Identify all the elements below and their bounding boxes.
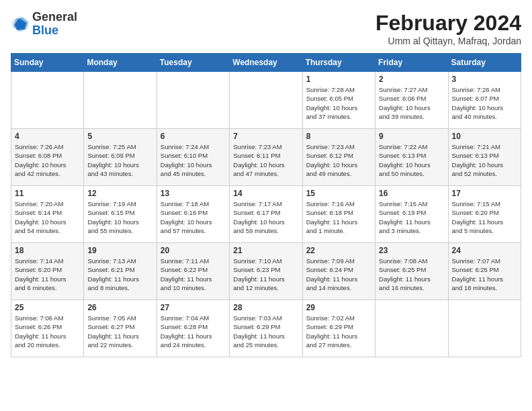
cell-info: Sunrise: 7:13 AM Sunset: 6:21 PM Dayligh… <box>87 257 152 292</box>
calendar-header-row: SundayMondayTuesdayWednesdayThursdayFrid… <box>11 54 521 72</box>
calendar-cell: 19Sunrise: 7:13 AM Sunset: 6:21 PM Dayli… <box>84 243 157 300</box>
calendar-cell <box>84 72 157 129</box>
day-header-thursday: Thursday <box>302 54 375 72</box>
day-number: 12 <box>87 189 152 198</box>
cell-info: Sunrise: 7:24 AM Sunset: 6:10 PM Dayligh… <box>161 142 226 178</box>
logo-icon <box>11 15 30 34</box>
day-number: 25 <box>15 303 80 312</box>
calendar-cell: 2Sunrise: 7:27 AM Sunset: 6:06 PM Daylig… <box>375 72 448 129</box>
cell-info: Sunrise: 7:25 AM Sunset: 6:09 PM Dayligh… <box>87 142 152 178</box>
calendar-cell: 6Sunrise: 7:24 AM Sunset: 6:10 PM Daylig… <box>157 129 229 186</box>
calendar-cell: 12Sunrise: 7:19 AM Sunset: 6:15 PM Dayli… <box>84 186 157 243</box>
day-number: 17 <box>452 189 517 198</box>
calendar-cell: 15Sunrise: 7:16 AM Sunset: 6:18 PM Dayli… <box>302 186 375 243</box>
day-number: 5 <box>87 132 152 141</box>
cell-info: Sunrise: 7:02 AM Sunset: 6:29 PM Dayligh… <box>306 314 371 349</box>
day-header-friday: Friday <box>375 54 448 72</box>
calendar-cell: 16Sunrise: 7:15 AM Sunset: 6:19 PM Dayli… <box>375 186 448 243</box>
cell-info: Sunrise: 7:23 AM Sunset: 6:12 PM Dayligh… <box>306 142 371 178</box>
calendar-week-row: 1Sunrise: 7:28 AM Sunset: 6:05 PM Daylig… <box>11 72 521 129</box>
calendar-cell: 26Sunrise: 7:05 AM Sunset: 6:27 PM Dayli… <box>84 300 157 357</box>
calendar-week-row: 11Sunrise: 7:20 AM Sunset: 6:14 PM Dayli… <box>11 186 521 243</box>
day-number: 20 <box>161 246 226 255</box>
day-number: 3 <box>452 75 517 84</box>
day-number: 22 <box>306 246 371 255</box>
calendar-cell: 7Sunrise: 7:23 AM Sunset: 6:11 PM Daylig… <box>230 129 302 186</box>
calendar-cell <box>157 72 229 129</box>
logo-text: General Blue <box>32 11 77 38</box>
calendar-cell: 9Sunrise: 7:22 AM Sunset: 6:13 PM Daylig… <box>375 129 448 186</box>
day-number: 8 <box>306 132 371 141</box>
calendar-cell: 10Sunrise: 7:21 AM Sunset: 6:13 PM Dayli… <box>448 129 521 186</box>
day-number: 21 <box>233 246 298 255</box>
calendar-cell: 8Sunrise: 7:23 AM Sunset: 6:12 PM Daylig… <box>302 129 375 186</box>
calendar-cell: 20Sunrise: 7:11 AM Sunset: 6:22 PM Dayli… <box>157 243 229 300</box>
day-number: 26 <box>87 303 152 312</box>
calendar-cell <box>230 72 302 129</box>
cell-info: Sunrise: 7:14 AM Sunset: 6:20 PM Dayligh… <box>15 257 80 292</box>
calendar-cell: 1Sunrise: 7:28 AM Sunset: 6:05 PM Daylig… <box>302 72 375 129</box>
day-header-saturday: Saturday <box>448 54 521 72</box>
page-header: General Blue February 2024 Umm al Qittay… <box>11 11 521 46</box>
calendar-cell: 5Sunrise: 7:25 AM Sunset: 6:09 PM Daylig… <box>84 129 157 186</box>
calendar-cell: 23Sunrise: 7:08 AM Sunset: 6:25 PM Dayli… <box>375 243 448 300</box>
day-number: 27 <box>161 303 226 312</box>
day-header-monday: Monday <box>84 54 157 72</box>
cell-info: Sunrise: 7:26 AM Sunset: 6:08 PM Dayligh… <box>15 142 80 178</box>
cell-info: Sunrise: 7:16 AM Sunset: 6:18 PM Dayligh… <box>306 199 371 235</box>
month-year-title: February 2024 <box>375 11 521 36</box>
cell-info: Sunrise: 7:11 AM Sunset: 6:22 PM Dayligh… <box>161 257 226 292</box>
calendar-week-row: 25Sunrise: 7:06 AM Sunset: 6:26 PM Dayli… <box>11 300 521 357</box>
calendar-cell: 4Sunrise: 7:26 AM Sunset: 6:08 PM Daylig… <box>11 129 84 186</box>
cell-info: Sunrise: 7:26 AM Sunset: 6:07 PM Dayligh… <box>452 85 517 121</box>
day-header-sunday: Sunday <box>11 54 84 72</box>
day-number: 24 <box>452 246 517 255</box>
cell-info: Sunrise: 7:03 AM Sunset: 6:29 PM Dayligh… <box>233 314 298 349</box>
calendar-cell: 24Sunrise: 7:07 AM Sunset: 6:25 PM Dayli… <box>448 243 521 300</box>
day-number: 13 <box>161 189 226 198</box>
day-number: 15 <box>306 189 371 198</box>
location-subtitle: Umm al Qittayn, Mafraq, Jordan <box>375 36 521 46</box>
cell-info: Sunrise: 7:06 AM Sunset: 6:26 PM Dayligh… <box>15 314 80 349</box>
day-number: 28 <box>233 303 298 312</box>
calendar-cell: 18Sunrise: 7:14 AM Sunset: 6:20 PM Dayli… <box>11 243 84 300</box>
cell-info: Sunrise: 7:18 AM Sunset: 6:16 PM Dayligh… <box>161 199 226 235</box>
cell-info: Sunrise: 7:15 AM Sunset: 6:20 PM Dayligh… <box>452 199 517 235</box>
calendar-cell: 22Sunrise: 7:09 AM Sunset: 6:24 PM Dayli… <box>302 243 375 300</box>
calendar-cell: 29Sunrise: 7:02 AM Sunset: 6:29 PM Dayli… <box>302 300 375 357</box>
day-number: 23 <box>379 246 444 255</box>
cell-info: Sunrise: 7:27 AM Sunset: 6:06 PM Dayligh… <box>379 85 444 121</box>
day-number: 18 <box>15 246 80 255</box>
cell-info: Sunrise: 7:15 AM Sunset: 6:19 PM Dayligh… <box>379 199 444 235</box>
cell-info: Sunrise: 7:05 AM Sunset: 6:27 PM Dayligh… <box>87 314 152 349</box>
day-header-tuesday: Tuesday <box>157 54 229 72</box>
day-number: 9 <box>379 132 444 141</box>
cell-info: Sunrise: 7:10 AM Sunset: 6:23 PM Dayligh… <box>233 257 298 292</box>
day-number: 29 <box>306 303 371 312</box>
calendar-cell: 17Sunrise: 7:15 AM Sunset: 6:20 PM Dayli… <box>448 186 521 243</box>
cell-info: Sunrise: 7:28 AM Sunset: 6:05 PM Dayligh… <box>306 85 371 121</box>
calendar-cell <box>448 300 521 357</box>
day-number: 6 <box>161 132 226 141</box>
cell-info: Sunrise: 7:07 AM Sunset: 6:25 PM Dayligh… <box>452 257 517 292</box>
calendar-cell: 11Sunrise: 7:20 AM Sunset: 6:14 PM Dayli… <box>11 186 84 243</box>
calendar-cell <box>375 300 448 357</box>
cell-info: Sunrise: 7:20 AM Sunset: 6:14 PM Dayligh… <box>15 199 80 235</box>
day-number: 19 <box>87 246 152 255</box>
calendar-cell <box>11 72 84 129</box>
cell-info: Sunrise: 7:08 AM Sunset: 6:25 PM Dayligh… <box>379 257 444 292</box>
calendar-table: SundayMondayTuesdayWednesdayThursdayFrid… <box>11 53 521 357</box>
calendar-cell: 3Sunrise: 7:26 AM Sunset: 6:07 PM Daylig… <box>448 72 521 129</box>
day-number: 10 <box>452 132 517 141</box>
calendar-cell: 14Sunrise: 7:17 AM Sunset: 6:17 PM Dayli… <box>230 186 302 243</box>
day-number: 11 <box>15 189 80 198</box>
cell-info: Sunrise: 7:21 AM Sunset: 6:13 PM Dayligh… <box>452 142 517 178</box>
calendar-cell: 21Sunrise: 7:10 AM Sunset: 6:23 PM Dayli… <box>230 243 302 300</box>
day-number: 2 <box>379 75 444 84</box>
day-header-wednesday: Wednesday <box>230 54 302 72</box>
cell-info: Sunrise: 7:09 AM Sunset: 6:24 PM Dayligh… <box>306 257 371 292</box>
cell-info: Sunrise: 7:22 AM Sunset: 6:13 PM Dayligh… <box>379 142 444 178</box>
cell-info: Sunrise: 7:17 AM Sunset: 6:17 PM Dayligh… <box>233 199 298 235</box>
day-number: 1 <box>306 75 371 84</box>
day-number: 14 <box>233 189 298 198</box>
